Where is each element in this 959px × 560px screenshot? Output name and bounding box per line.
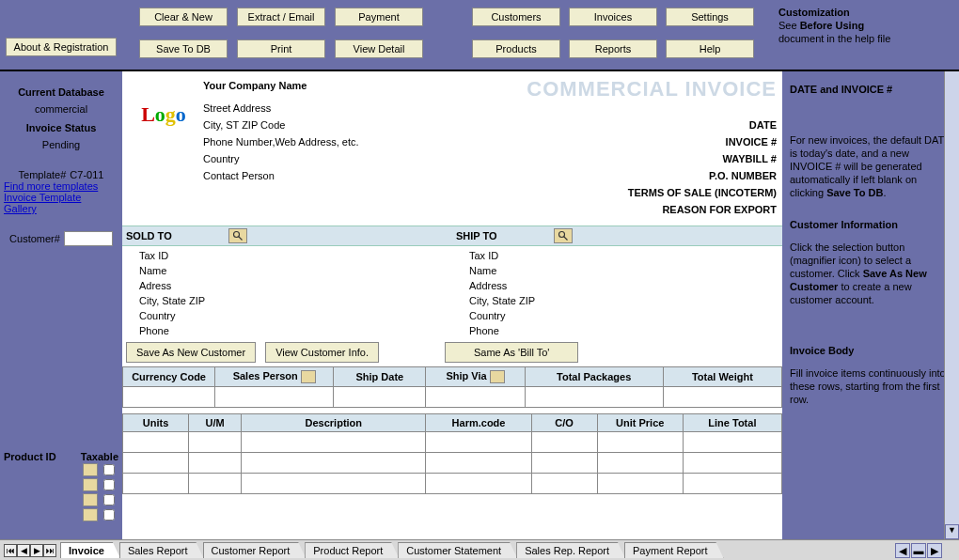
vertical-scrollbar[interactable]: ▲ ▼	[944, 0, 959, 539]
taxable-checkbox[interactable]	[103, 479, 115, 490]
customers-button[interactable]: Customers	[472, 8, 560, 26]
svg-line-1	[238, 237, 242, 241]
help-date-invoice-header: DATE and INVOICE #	[790, 83, 951, 96]
tab-prev-icon[interactable]: ◀	[17, 544, 30, 557]
taxable-checkbox[interactable]	[103, 494, 115, 506]
product-row	[0, 507, 122, 522]
tab-first-icon[interactable]: ⏮	[4, 544, 17, 557]
invoice-status-value: Pending	[4, 139, 118, 150]
sheet-tabs-bar: ⏮ ◀ ▶ ⏭ Invoice Sales Report Customer Re…	[0, 539, 959, 560]
line-items-grid: Units U/M Description Harm.code C/O Unit…	[122, 413, 782, 494]
find-templates-link[interactable]: Find more templates	[4, 180, 118, 192]
product-row	[0, 462, 122, 477]
scroll-down-icon[interactable]: ▼	[945, 524, 959, 539]
save-as-new-customer-button[interactable]: Save As New Customer	[126, 342, 256, 363]
payment-button[interactable]: Payment	[335, 8, 423, 26]
same-as-bill-to-button[interactable]: Same As 'Bill To'	[445, 342, 578, 363]
view-detail-button[interactable]: View Detail	[335, 39, 423, 58]
settings-button[interactable]: Settings	[666, 8, 754, 26]
product-row	[0, 477, 122, 492]
tab-sales-rep-report[interactable]: Sales Rep. Report	[516, 542, 625, 558]
customization-title: Customization	[778, 7, 850, 18]
taxable-checkbox[interactable]	[103, 509, 115, 521]
customer-number-label: Customer#	[9, 233, 60, 244]
extract-email-button[interactable]: Extract / Email	[237, 8, 325, 26]
magnifier-icon[interactable]	[83, 463, 98, 476]
right-help-panel: DATE and INVOICE # For new invoices, the…	[782, 71, 959, 539]
clear-new-button[interactable]: Clear & New	[139, 8, 228, 26]
customization-help: Customization See Before Using document …	[778, 6, 948, 45]
magnifier-icon[interactable]	[301, 370, 316, 383]
hscroll-right-icon[interactable]: ▶	[927, 543, 942, 558]
taxable-checkbox[interactable]	[103, 464, 115, 475]
shipping-info-grid: Currency Code Sales Person Ship Date Shi…	[122, 366, 782, 408]
toolbar: About & Registration Clear & New Extract…	[0, 0, 959, 71]
help-invoice-body-header: Invoice Body	[790, 344, 951, 357]
help-customer-info-header: Customer Information	[790, 218, 951, 231]
magnifier-icon[interactable]	[83, 508, 98, 521]
horizontal-scroll: ◀ ▬ ▶	[895, 543, 942, 558]
customer-number-input[interactable]	[64, 231, 113, 246]
invoice-meta-labels: DATE INVOICE # WAYBILL # P.O. NUMBER TER…	[527, 117, 777, 218]
sold-to-header: SOLD TO	[122, 226, 452, 246]
product-row	[0, 492, 122, 507]
svg-point-0	[233, 232, 239, 238]
tab-next-icon[interactable]: ▶	[30, 544, 43, 557]
product-id-section: Product ID Taxable	[0, 451, 122, 522]
svg-point-2	[558, 232, 564, 238]
tab-payment-report[interactable]: Payment Report	[624, 542, 723, 558]
invoice-status-header: Invoice Status	[4, 122, 118, 133]
hscroll-thumb[interactable]: ▬	[911, 543, 926, 558]
tab-customer-statement[interactable]: Customer Statement	[398, 542, 517, 558]
about-registration-button[interactable]: About & Registration	[6, 38, 117, 56]
template-label: Template#	[19, 169, 67, 180]
tab-customer-report[interactable]: Customer Report	[203, 542, 307, 558]
tab-navigation: ⏮ ◀ ▶ ⏭	[4, 544, 56, 557]
reports-button[interactable]: Reports	[569, 39, 657, 58]
magnifier-icon[interactable]	[490, 370, 505, 383]
template-value: C7-011	[70, 169, 103, 180]
product-id-header: Product ID	[4, 451, 81, 462]
taxable-header: Taxable	[81, 451, 118, 462]
svg-line-3	[563, 237, 567, 241]
save-to-db-button[interactable]: Save To DB	[139, 39, 228, 58]
tab-sales-report[interactable]: Sales Report	[119, 542, 204, 558]
magnifier-icon[interactable]	[83, 493, 98, 506]
magnifier-icon[interactable]	[554, 228, 573, 243]
help-button[interactable]: Help	[666, 39, 754, 58]
tab-invoice[interactable]: Invoice	[60, 542, 120, 558]
database-name: commercial	[4, 103, 118, 115]
invoice-title: COMMERCIAL INVOICE	[527, 77, 777, 101]
hscroll-left-icon[interactable]: ◀	[895, 543, 910, 558]
sold-to-address: Tax ID Name Adress City, State ZIP Count…	[122, 246, 452, 340]
print-button[interactable]: Print	[237, 39, 325, 58]
invoice-template-link[interactable]: Invoice Template	[4, 192, 118, 203]
tab-last-icon[interactable]: ⏭	[43, 544, 56, 557]
company-info: Your Company Name Street Address City, S…	[203, 77, 359, 218]
products-button[interactable]: Products	[472, 39, 560, 58]
invoice-document: Logo Your Company Name Street Address Ci…	[122, 71, 782, 539]
tab-product-report[interactable]: Product Report	[305, 542, 399, 558]
magnifier-icon[interactable]	[83, 478, 98, 491]
ship-to-header: SHIP TO	[452, 226, 782, 246]
view-customer-info-button[interactable]: View Customer Info.	[265, 342, 379, 363]
gallery-link[interactable]: Gallery	[4, 203, 118, 214]
invoices-button[interactable]: Invoices	[569, 8, 657, 26]
magnifier-icon[interactable]	[228, 228, 247, 243]
ship-to-address: Tax ID Name Address City, State ZIP Coun…	[452, 246, 782, 340]
company-logo: Logo	[128, 77, 199, 152]
current-database-header: Current Database	[4, 86, 118, 98]
